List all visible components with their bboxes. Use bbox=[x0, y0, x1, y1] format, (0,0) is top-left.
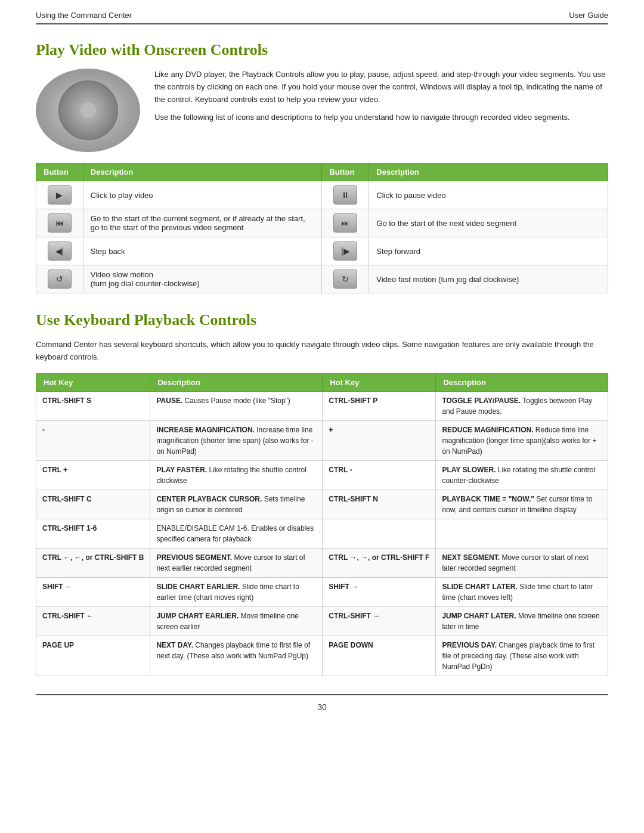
hotkey-left: - bbox=[36, 420, 150, 460]
desc-right: Video fast motion (turn jog dial clockwi… bbox=[369, 265, 608, 293]
kb-th-key1: Hot Key bbox=[36, 373, 150, 391]
page-footer: 30 bbox=[36, 694, 608, 712]
btn-icon-right: |▶ bbox=[322, 237, 369, 265]
vc-th-btn2: Button bbox=[322, 163, 369, 181]
table-row: CTRL ←, ←, or CTRL-SHIFT B PREVIOUS SEGM… bbox=[36, 548, 608, 577]
table-row: CTRL-SHIFT ← JUMP CHART EARLIER. Move ti… bbox=[36, 606, 608, 636]
hotkey-right: CTRL-SHIFT P bbox=[323, 391, 436, 420]
keyboard-intro: Command Center has several keyboard shor… bbox=[36, 339, 608, 364]
desc-right: NEXT SEGMENT. Move cursor to start of ne… bbox=[436, 548, 608, 577]
desc-left: Step back bbox=[83, 237, 322, 265]
btn-icon-right: ⏭ bbox=[322, 209, 369, 237]
intro-text: Like any DVD player, the Playback Contro… bbox=[154, 69, 608, 152]
desc-left: Click to play video bbox=[83, 181, 322, 209]
vc-th-desc1: Description bbox=[83, 163, 322, 181]
desc-left: SLIDE CHART EARLIER. Slide time chart to… bbox=[150, 577, 323, 606]
table-row: ◀| Step back |▶ Step forward bbox=[36, 237, 608, 265]
table-row: CTRL-SHIFT S PAUSE. Causes Pause mode (l… bbox=[36, 391, 608, 420]
vc-th-btn1: Button bbox=[36, 163, 83, 181]
desc-left: NEXT DAY. Changes playback time to first… bbox=[150, 636, 323, 676]
keyboard-section: Use Keyboard Playback Controls Command C… bbox=[36, 311, 608, 676]
hotkey-right bbox=[323, 519, 436, 548]
intro-para2: Use the following list of icons and desc… bbox=[154, 112, 608, 124]
btn-icon-right: ↻ bbox=[322, 265, 369, 293]
section1-title: Play Video with Onscreen Controls bbox=[36, 41, 608, 59]
desc-left: PAUSE. Causes Pause mode (like "Stop") bbox=[150, 391, 323, 420]
desc-right: Go to the start of the next video segmen… bbox=[369, 209, 608, 237]
hotkey-right: CTRL-SHIFT → bbox=[323, 606, 436, 636]
kb-th-desc1: Description bbox=[150, 373, 323, 391]
btn-icon-img-right: ↻ bbox=[333, 270, 357, 289]
desc-right: Click to pause video bbox=[369, 181, 608, 209]
hotkey-right: CTRL →, →, or CTRL-SHIFT F bbox=[323, 548, 436, 577]
dvd-inner bbox=[58, 80, 118, 140]
hotkey-left: PAGE UP bbox=[36, 636, 150, 676]
desc-left: INCREASE MAGNIFICATION. Increase time li… bbox=[150, 420, 323, 460]
desc-left: PLAY FASTER. Like rotating the shuttle c… bbox=[150, 460, 323, 490]
hotkey-left: CTRL-SHIFT S bbox=[36, 391, 150, 420]
btn-icon-img-left: ↺ bbox=[48, 270, 72, 289]
video-controls-table: Button Description Button Description ▶ … bbox=[36, 163, 608, 293]
dvd-center bbox=[79, 101, 97, 119]
btn-icon-left: ◀| bbox=[36, 237, 83, 265]
table-row: CTRL + PLAY FASTER. Like rotating the sh… bbox=[36, 460, 608, 490]
hotkey-left: CTRL-SHIFT ← bbox=[36, 606, 150, 636]
header-left: Using the Command Center bbox=[36, 11, 132, 20]
desc-right: SLIDE CHART LATER. Slide time chart to l… bbox=[436, 577, 608, 606]
desc-right: PLAYBACK TIME = "NOW." Set cursor time t… bbox=[436, 490, 608, 519]
desc-left: ENABLE/DISABLE CAM 1-6. Enables or disab… bbox=[150, 519, 323, 548]
desc-right: JUMP CHART LATER. Move timeline one scre… bbox=[436, 606, 608, 636]
vc-th-desc2: Description bbox=[369, 163, 608, 181]
table-row: PAGE UP NEXT DAY. Changes playback time … bbox=[36, 636, 608, 676]
hotkey-left: CTRL + bbox=[36, 460, 150, 490]
table-row: - INCREASE MAGNIFICATION. Increase time … bbox=[36, 420, 608, 460]
desc-right: Step forward bbox=[369, 237, 608, 265]
desc-right: REDUCE MAGNIFICATION. Reduce time line m… bbox=[436, 420, 608, 460]
table-row: CTRL-SHIFT 1-6 ENABLE/DISABLE CAM 1-6. E… bbox=[36, 519, 608, 548]
hotkey-left: SHIFT ← bbox=[36, 577, 150, 606]
dvd-player-image bbox=[36, 69, 140, 152]
btn-icon-img-right: ⏸ bbox=[333, 185, 357, 205]
play-video-section: Play Video with Onscreen Controls Like a… bbox=[36, 41, 608, 293]
hotkey-right: SHIFT → bbox=[323, 577, 436, 606]
desc-left: Video slow motion (turn jog dial counter… bbox=[83, 265, 322, 293]
btn-icon-img-left: ▶ bbox=[48, 185, 72, 205]
hotkey-left: CTRL-SHIFT 1-6 bbox=[36, 519, 150, 548]
btn-icon-left: ⏮ bbox=[36, 209, 83, 237]
hotkey-left: CTRL ←, ←, or CTRL-SHIFT B bbox=[36, 548, 150, 577]
hotkey-right: + bbox=[323, 420, 436, 460]
table-row: CTRL-SHIFT C CENTER PLAYBACK CURSOR. Set… bbox=[36, 490, 608, 519]
header-right: User Guide bbox=[569, 11, 608, 20]
table-row: ▶ Click to play video ⏸ Click to pause v… bbox=[36, 181, 608, 209]
desc-right: TOGGLE PLAY/PAUSE. Toggles between Play … bbox=[436, 391, 608, 420]
btn-icon-left: ↺ bbox=[36, 265, 83, 293]
page-header: Using the Command Center User Guide bbox=[36, 0, 608, 24]
desc-left: CENTER PLAYBACK CURSOR. Sets timeline or… bbox=[150, 490, 323, 519]
desc-right bbox=[436, 519, 608, 548]
desc-right: PREVIOUS DAY. Changes playback time to f… bbox=[436, 636, 608, 676]
btn-icon-img-left: ◀| bbox=[48, 241, 72, 261]
desc-left: Go to the start of the current segment, … bbox=[83, 209, 322, 237]
table-row: ⏮ Go to the start of the current segment… bbox=[36, 209, 608, 237]
intro-para1: Like any DVD player, the Playback Contro… bbox=[154, 69, 608, 106]
desc-left: JUMP CHART EARLIER. Move timeline one sc… bbox=[150, 606, 323, 636]
play-video-top: Like any DVD player, the Playback Contro… bbox=[36, 69, 608, 152]
hotkey-right: PAGE DOWN bbox=[323, 636, 436, 676]
btn-icon-right: ⏸ bbox=[322, 181, 369, 209]
page-number: 30 bbox=[317, 702, 327, 712]
desc-left: PREVIOUS SEGMENT. Move cursor to start o… bbox=[150, 548, 323, 577]
hotkey-right: CTRL-SHIFT N bbox=[323, 490, 436, 519]
kb-th-key2: Hot Key bbox=[323, 373, 436, 391]
btn-icon-img-left: ⏮ bbox=[48, 213, 72, 233]
kb-th-desc2: Description bbox=[436, 373, 608, 391]
page-container: Using the Command Center User Guide Play… bbox=[0, 0, 644, 833]
btn-icon-img-right: ⏭ bbox=[333, 213, 357, 233]
keyboard-table: Hot Key Description Hot Key Description … bbox=[36, 373, 608, 676]
hotkey-left: CTRL-SHIFT C bbox=[36, 490, 150, 519]
btn-icon-left: ▶ bbox=[36, 181, 83, 209]
table-row: SHIFT ← SLIDE CHART EARLIER. Slide time … bbox=[36, 577, 608, 606]
hotkey-right: CTRL - bbox=[323, 460, 436, 490]
btn-icon-img-right: |▶ bbox=[333, 241, 357, 261]
table-row: ↺ Video slow motion (turn jog dial count… bbox=[36, 265, 608, 293]
desc-right: PLAY SLOWER. Like rotating the shuttle c… bbox=[436, 460, 608, 490]
